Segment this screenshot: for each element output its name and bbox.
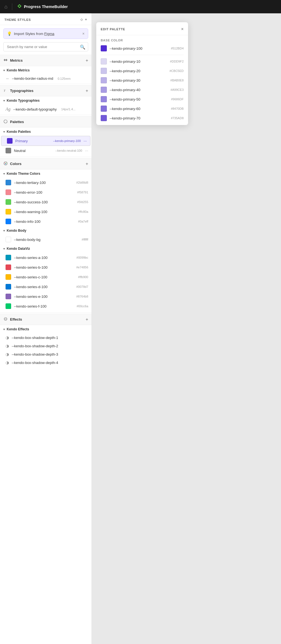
series-e-item[interactable]: --kendo-series-e-100 #8764b8 xyxy=(0,292,92,301)
lightbulb-icon: 💡 xyxy=(7,31,12,36)
tertiary-color-swatch xyxy=(6,180,11,185)
series-d-name: --kendo-series-d-100 xyxy=(14,285,73,289)
primary-40-swatch xyxy=(101,87,107,93)
box-shadow-depth-2-item[interactable]: ◑ --kendo-box-shadow-depth-2 xyxy=(0,342,92,350)
search-container: 🔍 xyxy=(3,42,88,51)
popup-close-button[interactable]: × xyxy=(181,27,184,32)
primary-30-swatch xyxy=(101,77,107,83)
home-icon[interactable]: ⌂ xyxy=(4,4,8,10)
kendo-dataviz-label: Kendo DataViz xyxy=(7,247,30,251)
figma-link[interactable]: Figma xyxy=(44,32,54,36)
shadow-depth-2-name: --kendo-box-shadow-depth-2 xyxy=(12,344,58,348)
primary-10-item[interactable]: --kendo-primary-10 #DDD9F2 xyxy=(96,57,188,66)
warning-color-value: #ffc80a xyxy=(78,210,88,213)
shadow-depth-4-name: --kendo-box-shadow-depth-4 xyxy=(12,361,58,365)
info-color-item[interactable]: --kendo-info-100 #0a7eff xyxy=(0,217,92,226)
series-c-swatch xyxy=(6,274,11,280)
svg-point-8 xyxy=(6,163,7,164)
warning-color-item[interactable]: --kendo-warning-100 #ffc80a xyxy=(0,207,92,217)
series-b-name: --kendo-series-b-100 xyxy=(14,265,73,269)
success-color-value: #5fd255 xyxy=(77,200,88,204)
series-f-item[interactable]: --kendo-series-f-100 #00cc6a xyxy=(0,301,92,311)
kendo-body-group[interactable]: ▾ Kendo Body xyxy=(0,226,92,235)
neutral-palette-name: Neutral xyxy=(14,149,53,153)
success-color-swatch xyxy=(6,199,11,205)
typo-value: 14px/1.4... xyxy=(61,108,75,111)
palettes-label: Palettes xyxy=(10,120,24,124)
logo: Progress ThemeBuilder xyxy=(17,3,68,10)
typographies-icon: T xyxy=(3,88,8,93)
info-color-swatch xyxy=(6,219,11,224)
svg-point-7 xyxy=(5,163,6,164)
typographies-label: Typographies xyxy=(10,89,33,93)
primary-50-item[interactable]: --kendo-primary-50 #9686DF xyxy=(96,94,188,104)
dropdown-icon[interactable]: ▾ xyxy=(85,18,87,21)
series-d-item[interactable]: --kendo-series-d-100 #0078d7 xyxy=(0,282,92,292)
primary-40-name: --kendo-primary-40 xyxy=(110,88,168,92)
box-shadow-depth-4-item[interactable]: ◑ --kendo-box-shadow-depth-4 xyxy=(0,358,92,367)
colors-add-button[interactable]: + xyxy=(86,161,88,166)
primary-palette-css-var: --kendo-primary-100 xyxy=(53,139,81,143)
effects-section-header: Effects + xyxy=(0,314,92,325)
error-color-item[interactable]: --kendo-error-100 #f58791 xyxy=(0,188,92,197)
shadow-depth-icon: ◑ xyxy=(6,352,9,356)
series-e-swatch xyxy=(6,294,11,299)
tertiary-color-value: #2b88d8 xyxy=(76,181,88,184)
primary-60-item[interactable]: --kendo-primary-60 #8470DB xyxy=(96,104,188,113)
shadow-depth-icon: ◑ xyxy=(6,335,9,340)
primary-10-value: #DDD9F2 xyxy=(170,60,184,63)
kendo-dataviz-group[interactable]: ▾ Kendo DataViz xyxy=(0,244,92,253)
base-color-item[interactable]: --kendo-primary-100 #512BD4 xyxy=(96,44,188,53)
box-shadow-depth-1-item[interactable]: ◑ --kendo-box-shadow-depth-1 xyxy=(0,333,92,342)
kendo-typographies-label: Kendo Typographies xyxy=(7,99,40,103)
border-radius-icon: ↔ xyxy=(6,76,9,81)
collapse-arrow-icon: ▾ xyxy=(3,130,5,134)
search-icon[interactable]: 🔍 xyxy=(80,44,85,49)
colors-icon xyxy=(3,161,8,166)
primary-40-item[interactable]: --kendo-primary-40 #A99CE3 xyxy=(96,85,188,94)
default-typography-item: Ag --kendo-default-typography 14px/1.4..… xyxy=(0,105,92,114)
primary-20-item[interactable]: --kendo-primary-20 #CBC5ED xyxy=(96,66,188,76)
svg-rect-1 xyxy=(4,60,8,60)
primary-30-item[interactable]: --kendo-primary-30 #BAB0E8 xyxy=(96,76,188,85)
shadow-depth-3-name: --kendo-box-shadow-depth-3 xyxy=(12,352,58,356)
primary-70-value: #735AD8 xyxy=(171,116,184,120)
body-bg-item[interactable]: --kendo-body-bg #ffffff xyxy=(0,235,92,244)
primary-70-item[interactable]: --kendo-primary-70 #735AD8 xyxy=(96,113,188,123)
neutral-palette-item[interactable]: Neutral --kendo-neutral-100 ··· xyxy=(0,146,92,156)
kendo-palettes-group[interactable]: ▾ Kendo Palettes xyxy=(0,128,92,136)
series-d-swatch xyxy=(6,284,11,289)
error-color-name: --kendo-error-100 xyxy=(14,190,74,194)
series-b-item[interactable]: --kendo-series-b-100 #e74856 xyxy=(0,263,92,272)
series-a-item[interactable]: --kendo-series-a-100 #0099bc xyxy=(0,253,92,263)
primary-palette-item[interactable]: Primary --kendo-primary-100 ··· xyxy=(1,136,90,146)
popup-divider xyxy=(101,55,184,55)
metrics-add-button[interactable]: + xyxy=(86,58,88,63)
success-color-item[interactable]: --kendo-success-100 #5fd255 xyxy=(0,197,92,207)
primary-50-value: #9686DF xyxy=(171,98,184,101)
series-a-swatch xyxy=(6,255,11,260)
search-input[interactable] xyxy=(3,42,88,51)
typographies-add-button[interactable]: + xyxy=(86,88,88,93)
series-e-value: #8764b8 xyxy=(76,295,88,298)
logo-icon xyxy=(17,3,22,10)
series-c-item[interactable]: --kendo-series-c-100 #ffb900 xyxy=(0,272,92,282)
effects-add-button[interactable]: + xyxy=(86,317,88,322)
metrics-section-header: Metrics + xyxy=(0,55,92,66)
neutral-palette-more-button[interactable]: ··· xyxy=(85,148,88,153)
primary-color-swatch xyxy=(7,138,13,144)
palette-icon[interactable]: ◇ xyxy=(80,18,83,21)
kendo-effects-label: Kendo Effects xyxy=(7,327,29,331)
kendo-effects-group[interactable]: ▾ Kendo Effects xyxy=(0,325,92,333)
top-navigation: ⌂ Progress ThemeBuilder xyxy=(0,0,281,13)
box-shadow-depth-3-item[interactable]: ◑ --kendo-box-shadow-depth-3 xyxy=(0,350,92,358)
primary-palette-more-button[interactable]: ··· xyxy=(83,139,87,143)
import-close-button[interactable]: × xyxy=(82,31,85,36)
error-color-value: #f58791 xyxy=(77,191,88,194)
kendo-typographies-group[interactable]: ▾ Kendo Typographies xyxy=(0,96,92,105)
neutral-color-swatch xyxy=(6,148,11,153)
kendo-metrics-group[interactable]: ▾ Kendo Metrics xyxy=(0,66,92,74)
tertiary-color-item[interactable]: --kendo-tertiary-100 #2b88d8 xyxy=(0,178,92,188)
kendo-theme-colors-group[interactable]: ▾ Kendo Theme Colors xyxy=(0,169,92,178)
collapse-arrow-icon: ▾ xyxy=(3,247,5,251)
